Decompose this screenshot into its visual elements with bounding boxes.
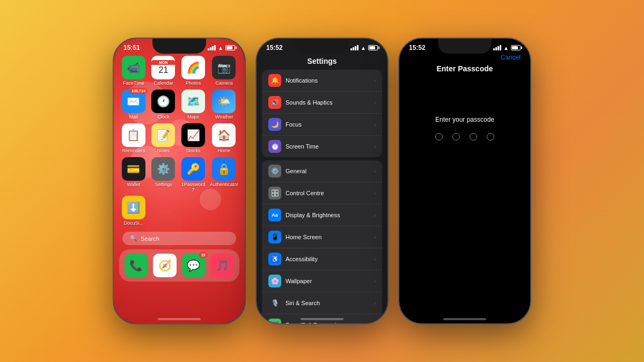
- dock-music[interactable]: 🎵: [210, 254, 236, 277]
- passcode-title: Enter Passcode: [399, 64, 530, 73]
- wifi-icon: ▲: [503, 45, 509, 51]
- focus-icon: 🌙: [268, 118, 281, 131]
- settings-row-wallpaper[interactable]: 🌸 Wallpaper ›: [262, 270, 382, 292]
- dock-messages[interactable]: 💬 33: [181, 254, 207, 277]
- app-icon-img: ⬇️: [122, 196, 145, 219]
- wallpaper-icon: 🌸: [268, 275, 281, 287]
- app-photos[interactable]: 🌈 Photos: [180, 56, 207, 86]
- chevron-icon: ›: [374, 122, 376, 128]
- chevron-icon: ›: [374, 144, 376, 150]
- passcode-dot-2: [452, 133, 460, 141]
- app-settings[interactable]: ⚙️ Settings: [150, 157, 177, 193]
- home-screen: 15:51 ▲ 📹 FaceTime: [114, 39, 245, 323]
- app-docusign[interactable]: ⬇️ DocuSi...: [120, 196, 147, 226]
- app-icon-img: 📋: [122, 123, 145, 147]
- app-icon-img: 💳: [122, 157, 145, 181]
- passcode-dot-1: [435, 133, 443, 141]
- app-wallet[interactable]: 💳 Wallet: [120, 157, 147, 193]
- passcode-dot-3: [470, 133, 477, 141]
- app-icon-img: 🗺️: [181, 90, 205, 113]
- controlcentre-icon: 🎛️: [268, 187, 281, 200]
- app-icon-img: 📞: [125, 254, 148, 277]
- app-icon-img: 📷: [212, 56, 236, 79]
- app-home[interactable]: 🏠 Home: [210, 123, 238, 154]
- battery-icon: [368, 45, 378, 50]
- dock: 📞 🧭 💬 33 🎵: [119, 249, 239, 282]
- home-indicator: [158, 318, 201, 320]
- screentime-label: Screen Time: [286, 143, 370, 150]
- faceid-icon: 🆔: [268, 319, 281, 323]
- app-icon-img: 🎵: [210, 254, 234, 277]
- focus-label: Focus: [286, 121, 370, 128]
- app-calendar[interactable]: MON 21 Calendar: [150, 56, 177, 86]
- app-icon-img: 🏠: [212, 123, 236, 147]
- status-time-phone3: 15:52: [409, 44, 426, 51]
- status-bar-phone2: 15:52 ▲: [257, 39, 387, 54]
- app-icon-img: 🔒: [212, 157, 236, 181]
- dock-phone[interactable]: 📞: [123, 254, 149, 277]
- passcode-screen: 15:52 ▲ Cancel Enter Passcode Enter your…: [399, 39, 530, 323]
- status-icons-phone1: ▲: [208, 45, 235, 51]
- chevron-icon: ›: [374, 212, 376, 218]
- accessibility-icon: ♿: [268, 253, 281, 265]
- home-indicator: [301, 318, 343, 320]
- settings-title: Settings: [257, 54, 387, 70]
- app-icon-img: 💬 33: [182, 254, 206, 277]
- settings-row-sounds[interactable]: 🔊 Sounds & Haptics ›: [262, 92, 382, 114]
- screentime-icon: ⏱️: [268, 140, 281, 153]
- wallpaper-label: Wallpaper: [286, 278, 370, 284]
- status-time-phone1: 15:51: [123, 44, 140, 51]
- app-authenticator[interactable]: 🔒 Authenticator: [210, 157, 238, 193]
- search-icon: 🔍: [130, 235, 137, 242]
- phone-1: 15:51 ▲ 📹 FaceTime: [113, 38, 246, 324]
- battery-icon: [511, 45, 521, 50]
- wifi-icon: ▲: [361, 45, 366, 51]
- dock-safari[interactable]: 🧭: [152, 254, 178, 277]
- app-maps[interactable]: 🗺️ Maps: [180, 90, 207, 120]
- settings-section-1: 🔔 Notifications › 🔊 Sounds & Haptics › 🌙…: [262, 70, 382, 157]
- settings-row-focus[interactable]: 🌙 Focus ›: [262, 114, 382, 136]
- settings-screen: 15:52 ▲ Settings 🔔 Notifications ›: [257, 39, 387, 323]
- settings-row-notifications[interactable]: 🔔 Notifications ›: [262, 70, 382, 92]
- accessibility-label: Accessibility: [286, 256, 370, 262]
- app-icon-img: 🕐: [151, 90, 175, 113]
- chevron-icon: ›: [374, 78, 376, 84]
- controlcentre-label: Control Centre: [286, 190, 370, 196]
- app-1password[interactable]: 🔑 1Password 7: [180, 157, 207, 193]
- signal-icon: [493, 45, 501, 50]
- status-icons-phone3: ▲: [493, 45, 521, 51]
- settings-row-general[interactable]: ⚙️ General ›: [262, 160, 382, 182]
- app-stocks[interactable]: 📈 Stocks: [180, 123, 207, 154]
- settings-row-accessibility[interactable]: ♿ Accessibility ›: [262, 248, 382, 270]
- homescreen-icon: 📱: [268, 231, 281, 243]
- settings-row-controlcentre[interactable]: 🎛️ Control Centre ›: [262, 182, 382, 204]
- siri-icon: 🎙️: [268, 297, 281, 309]
- notifications-label: Notifications: [286, 77, 370, 84]
- app-weather[interactable]: 🌤️ Weather: [210, 90, 238, 120]
- messages-badge: 33: [199, 252, 208, 258]
- display-icon: Aa: [268, 209, 281, 221]
- siri-label: Siri & Search: [286, 300, 370, 306]
- app-icon-img: 🌤️: [212, 90, 236, 113]
- chevron-icon: ›: [374, 300, 376, 306]
- passcode-dot-4: [487, 133, 494, 141]
- sounds-icon: 🔊: [268, 96, 281, 109]
- homescreen-label: Home Screen: [286, 234, 370, 240]
- settings-row-screentime[interactable]: ⏱️ Screen Time ›: [262, 136, 382, 157]
- app-icon-img: 📹: [122, 56, 145, 79]
- settings-row-display[interactable]: Aa Display & Brightness ›: [262, 204, 382, 226]
- phone-3: 15:52 ▲ Cancel Enter Passcode Enter your…: [398, 38, 531, 324]
- cancel-button[interactable]: Cancel: [501, 54, 521, 61]
- app-icon-img: 🔑: [181, 157, 205, 181]
- app-icon-img: MON 21: [151, 56, 175, 79]
- chevron-icon: ›: [374, 322, 376, 324]
- app-icon-img: 🧭: [153, 254, 177, 277]
- app-icon-img: 🌈: [181, 56, 205, 79]
- general-label: General: [286, 168, 370, 174]
- chevron-icon: ›: [374, 256, 376, 262]
- passcode-dots: [399, 133, 530, 141]
- settings-row-homescreen[interactable]: 📱 Home Screen ›: [262, 226, 382, 248]
- settings-row-siri[interactable]: 🎙️ Siri & Search ›: [262, 292, 382, 314]
- chevron-icon: ›: [374, 168, 376, 174]
- app-camera[interactable]: 📷 Camera: [210, 56, 238, 86]
